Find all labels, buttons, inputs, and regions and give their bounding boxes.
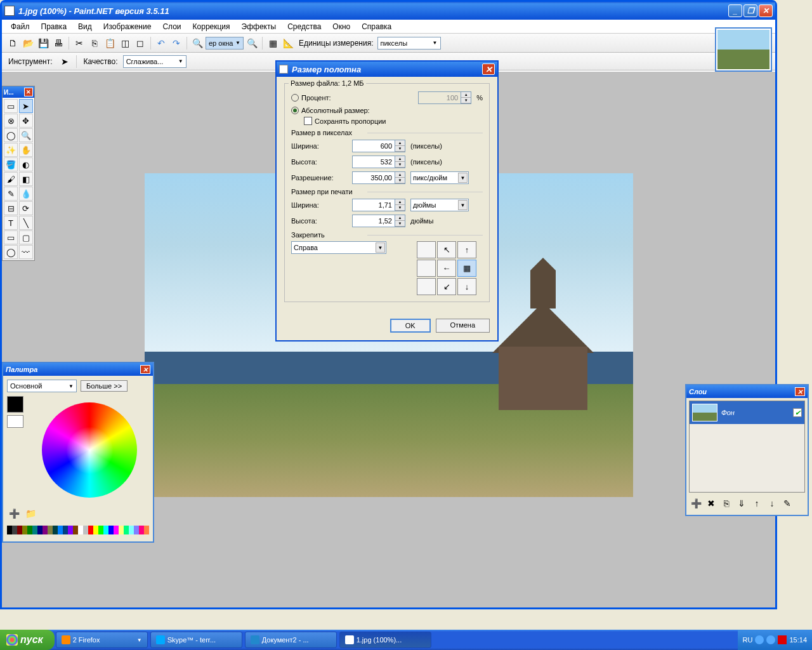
paste-icon[interactable]: 📋 (103, 36, 117, 50)
anchor-sw[interactable] (417, 278, 436, 295)
brush-tool[interactable]: 🖌 (4, 172, 18, 186)
colors-close-icon[interactable]: ✕ (140, 365, 150, 374)
duplicate-layer-icon[interactable]: ⎘ (719, 496, 733, 510)
rect-tool[interactable]: ▭ (4, 230, 18, 244)
deselect-icon[interactable]: ◻ (133, 36, 147, 50)
absolute-radio[interactable] (291, 107, 299, 114)
lasso-tool[interactable]: ⊗ (4, 114, 18, 128)
width-px-input[interactable]: 600 (352, 140, 395, 152)
ok-button[interactable]: OK (390, 319, 431, 333)
anchor-n[interactable]: ↖ (437, 241, 456, 258)
add-color-icon[interactable]: ➕ (7, 507, 21, 521)
units-combo[interactable]: пикселы▼ (377, 37, 441, 50)
zoom-out-icon[interactable]: 🔍 (190, 36, 204, 50)
percent-radio[interactable] (291, 94, 299, 102)
width-print-spinner[interactable]: ▲▼ (395, 199, 405, 211)
menu-help[interactable]: Справка (357, 21, 396, 32)
anchor-s[interactable]: ↙ (437, 278, 456, 295)
taskbar-firefox[interactable]: 2 Firefox▼ (56, 632, 148, 648)
zoom-combo[interactable]: ер окна▼ (206, 37, 244, 50)
more-button[interactable]: Больше >> (81, 380, 128, 392)
fill-tool[interactable]: 🪣 (4, 157, 18, 171)
tray-icon-kaspersky[interactable] (778, 635, 787, 644)
menu-adjustments[interactable]: Коррекция (188, 21, 235, 32)
save-icon[interactable]: 💾 (36, 36, 50, 50)
menu-edit[interactable]: Правка (36, 21, 72, 32)
layer-visible-checkbox[interactable]: ✔ (793, 408, 802, 417)
magic-wand-tool[interactable]: ✨ (4, 143, 18, 157)
new-icon[interactable]: 🗋 (6, 36, 20, 50)
anchor-nw[interactable] (417, 241, 436, 258)
tray-icon-1[interactable] (755, 635, 764, 644)
menu-effects[interactable]: Эффекты (237, 21, 282, 32)
palette-options-icon[interactable]: 📁 (23, 507, 37, 521)
grid-icon[interactable]: ▦ (266, 36, 280, 50)
move-down-icon[interactable]: ↓ (765, 496, 779, 510)
palette-strip[interactable] (7, 526, 149, 534)
color-mode-combo[interactable]: Основной▼ (7, 380, 77, 392)
tools-close-icon[interactable]: ✕ (24, 88, 33, 96)
clock[interactable]: 15:14 (789, 636, 807, 644)
height-px-spinner[interactable]: ▲▼ (395, 156, 405, 168)
crop-icon[interactable]: ◫ (118, 36, 132, 50)
height-print-spinner[interactable]: ▲▼ (395, 215, 405, 227)
quality-combo[interactable]: Сглажива...▼ (123, 55, 187, 68)
close-button[interactable]: ✕ (759, 4, 773, 17)
menu-image[interactable]: Изображение (98, 21, 157, 32)
menu-view[interactable]: Вид (73, 21, 97, 32)
ellipse-select-tool[interactable]: ◯ (4, 128, 18, 142)
resolution-spinner[interactable]: ▲▼ (395, 171, 405, 184)
anchor-se[interactable]: ↓ (457, 278, 476, 295)
pan-tool[interactable]: ✋ (19, 143, 33, 157)
height-px-input[interactable]: 532 (352, 156, 395, 168)
keep-ratio-checkbox[interactable] (304, 117, 312, 125)
recolor-tool[interactable]: ⟳ (19, 201, 33, 215)
copy-icon[interactable]: ⎘ (88, 36, 102, 50)
dialog-close-icon[interactable]: ✕ (482, 63, 495, 75)
color-wheel[interactable] (42, 402, 137, 498)
menu-file[interactable]: Файл (6, 21, 35, 32)
cancel-button[interactable]: Отмена (436, 319, 490, 333)
add-layer-icon[interactable]: ➕ (689, 496, 703, 510)
maximize-button[interactable]: ❐ (743, 4, 757, 17)
anchor-e[interactable]: ▦ (457, 260, 476, 277)
merge-down-icon[interactable]: ⇓ (735, 496, 749, 510)
tray-icon-2[interactable] (766, 635, 775, 644)
clone-tool[interactable]: ⊟ (4, 201, 18, 215)
height-print-input[interactable]: 1,52 (352, 215, 395, 227)
anchor-w[interactable] (417, 260, 436, 277)
layers-close-icon[interactable]: ✕ (795, 387, 805, 396)
secondary-color-swatch[interactable] (7, 415, 23, 428)
primary-color-swatch[interactable] (7, 396, 23, 413)
print-icon[interactable]: 🖶 (51, 36, 65, 50)
anchor-combo[interactable]: Справа▼ (291, 241, 386, 254)
anchor-ne[interactable]: ↑ (457, 241, 476, 258)
language-indicator[interactable]: RU (743, 636, 753, 644)
width-print-input[interactable]: 1,71 (352, 199, 395, 211)
ruler-icon[interactable]: 📐 (281, 36, 295, 50)
open-icon[interactable]: 📂 (21, 36, 35, 50)
taskbar-skype[interactable]: Skype™ - terr... (150, 632, 242, 648)
minimize-button[interactable]: _ (728, 4, 742, 17)
line-tool[interactable]: ╲ (19, 216, 33, 230)
text-tool[interactable]: T (4, 216, 18, 230)
anchor-c[interactable]: ← (437, 260, 456, 277)
taskbar-paintnet[interactable]: 1.jpg (100%)... (339, 632, 431, 648)
ellipse-tool[interactable]: ◯ (4, 245, 18, 259)
move-tool[interactable]: ➤ (19, 99, 33, 113)
width-px-spinner[interactable]: ▲▼ (395, 140, 405, 152)
taskbar-word[interactable]: Документ2 - ... (245, 632, 337, 648)
picker-tool[interactable]: 💧 (19, 187, 33, 201)
layer-item[interactable]: Фон ✔ (690, 401, 804, 424)
start-button[interactable]: пуск (0, 630, 55, 650)
freeform-tool[interactable]: 〰 (19, 245, 33, 259)
menu-window[interactable]: Окно (327, 21, 355, 32)
rect-select-tool[interactable]: ▭ (4, 99, 18, 113)
menu-layers[interactable]: Слои (157, 21, 186, 32)
zoom-tool[interactable]: 🔍 (19, 128, 33, 142)
zoom-in-icon[interactable]: 🔍 (245, 36, 259, 50)
move-up-icon[interactable]: ↑ (750, 496, 764, 510)
active-tool-icon[interactable]: ➤ (58, 55, 72, 69)
rounded-rect-tool[interactable]: ▢ (19, 230, 33, 244)
cut-icon[interactable]: ✂ (72, 36, 86, 50)
